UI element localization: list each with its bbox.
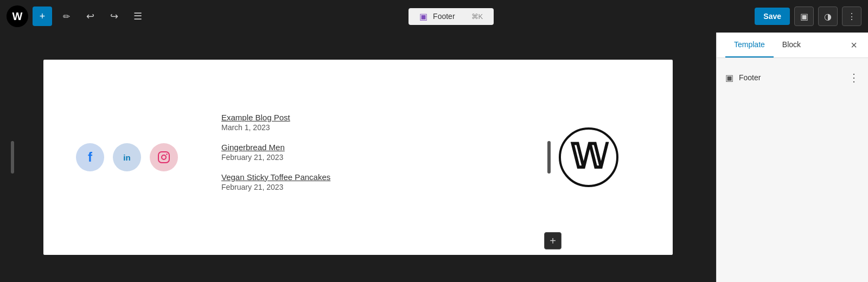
toolbar-right: Save ▣ ◑ ⋮ (755, 7, 861, 26)
linkedin-icon[interactable]: in (113, 143, 141, 171)
footer-pill[interactable]: ▣ Footer ⌘K (409, 8, 494, 25)
blog-post-title-3[interactable]: Vegan Sticky Toffee Pancakes (221, 172, 537, 182)
svg-point-1 (162, 155, 166, 159)
tab-template[interactable]: Template (725, 33, 774, 57)
blog-post-item: Gingerbread Men February 21, 2023 (221, 143, 537, 162)
toolbar: W + ✏ ↩ ↪ ☰ ▣ Footer ⌘K Save ▣ ◑ ⋮ (0, 0, 868, 33)
blog-post-item: Example Blog Post March 1, 2023 (221, 113, 537, 132)
blog-post-item: Vegan Sticky Toffee Pancakes February 21… (221, 172, 537, 191)
instagram-icon[interactable] (150, 143, 178, 171)
scroll-handle-right[interactable] (547, 141, 551, 174)
footer-pill-label: Footer (433, 12, 455, 21)
scroll-handle-left[interactable] (11, 141, 14, 174)
right-panel: Template Block × ▣ Footer ⋮ (716, 33, 868, 282)
undo-button[interactable]: ↩ (80, 7, 100, 26)
redo-button[interactable]: ↪ (104, 7, 124, 26)
facebook-icon[interactable]: f (76, 143, 104, 171)
panel-header: Template Block × (717, 33, 868, 58)
blog-post-date-1: March 1, 2023 (221, 123, 537, 132)
footer-pill-shortcut: ⌘K (471, 12, 483, 21)
blog-posts-list: Example Blog Post March 1, 2023 Gingerbr… (200, 113, 537, 202)
wp-letter: 𝕎 (570, 140, 608, 175)
svg-point-2 (166, 153, 167, 155)
blog-post-title-2[interactable]: Gingerbread Men (221, 143, 537, 152)
footer-block: f in Example Blog Post M (43, 60, 673, 255)
main-layout: f in Example Blog Post M (0, 33, 868, 282)
save-button[interactable]: Save (755, 8, 790, 25)
add-block-canvas-button[interactable]: + (544, 232, 561, 249)
canvas-area: f in Example Blog Post M (0, 33, 716, 282)
footer-pill-icon: ▣ (419, 11, 427, 22)
panel-footer-icon: ▣ (725, 73, 733, 83)
more-options-button[interactable]: ⋮ (842, 7, 861, 26)
panel-close-button[interactable]: × (848, 37, 859, 54)
panel-content: ▣ Footer ⋮ (717, 58, 868, 282)
tab-block[interactable]: Block (774, 33, 809, 57)
wp-circle: 𝕎 (559, 127, 618, 187)
list-view-button[interactable]: ☰ (128, 7, 148, 26)
panel-tabs: Template Block (725, 33, 809, 57)
panel-footer-more-button[interactable]: ⋮ (848, 71, 859, 84)
toolbar-center: ▣ Footer ⌘K (152, 8, 750, 25)
sidebar-toggle-button[interactable]: ▣ (794, 7, 814, 26)
blog-post-title-1[interactable]: Example Blog Post (221, 113, 537, 122)
panel-footer-label: Footer (739, 73, 843, 82)
blog-post-date-3: February 21, 2023 (221, 183, 537, 191)
wordpress-logo[interactable]: W (7, 5, 28, 27)
wordpress-brand-logo: 𝕎 (559, 127, 640, 187)
social-icons-group: f in (76, 143, 178, 171)
blog-post-date-2: February 21, 2023 (221, 153, 537, 162)
panel-footer-item: ▣ Footer ⋮ (725, 67, 859, 88)
social-row: f in (76, 143, 178, 171)
add-block-button[interactable]: + (33, 7, 52, 26)
svg-rect-0 (158, 152, 169, 163)
contrast-button[interactable]: ◑ (818, 7, 838, 26)
edit-mode-button[interactable]: ✏ (56, 7, 76, 26)
